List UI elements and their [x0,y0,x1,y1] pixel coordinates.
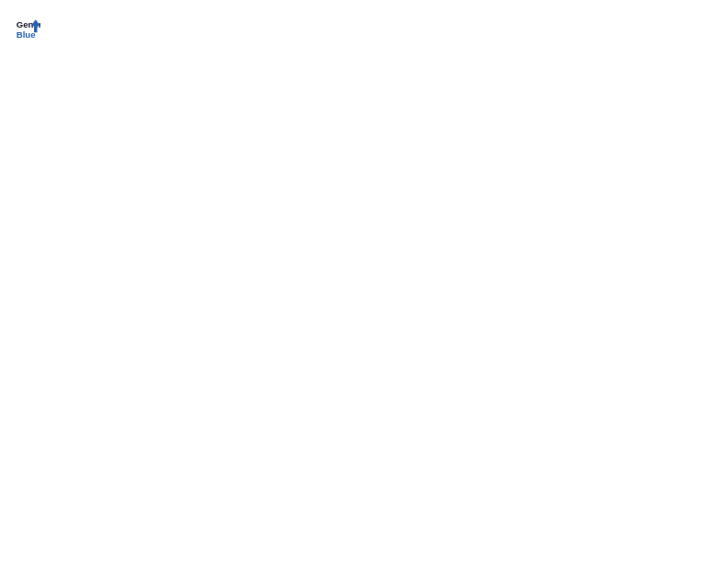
logo: General Blue [15,15,44,40]
svg-text:Blue: Blue [17,29,36,40]
logo-icon: General Blue [15,15,40,40]
header: General Blue [15,15,713,40]
